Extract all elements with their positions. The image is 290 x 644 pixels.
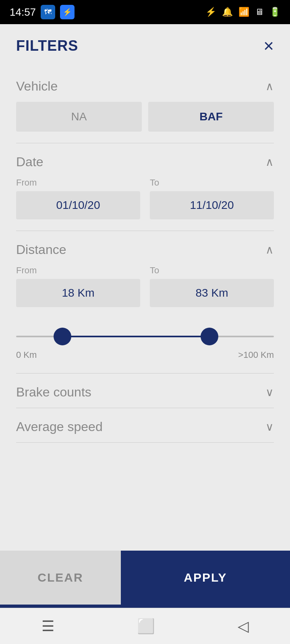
status-time: 14:57 xyxy=(10,6,36,19)
average-speed-title: Average speed xyxy=(16,419,103,434)
apply-button[interactable]: APPLY xyxy=(121,551,290,605)
slider-thumb-right[interactable] xyxy=(201,328,218,345)
distance-from-label: From xyxy=(16,265,140,276)
slider-thumb-left[interactable] xyxy=(54,328,71,345)
vehicle-option-baf[interactable]: BAF xyxy=(148,102,274,132)
date-section: Date ∧ From 01/10/20 To 11/10/20 xyxy=(16,143,274,231)
distance-to-group: To 83 Km xyxy=(150,265,274,307)
slider-max-label: >100 Km xyxy=(238,350,274,360)
app-icon-1: 🗺 xyxy=(41,5,55,19)
status-bar-right: ⚡ 🔔 📶 🖥 🔋 xyxy=(205,7,280,17)
slider-track xyxy=(16,336,274,337)
clear-button[interactable]: CLEAR xyxy=(0,551,121,605)
brake-counts-section: Brake counts ∨ xyxy=(16,374,274,408)
average-speed-section: Average speed ∨ xyxy=(16,408,274,442)
page-title: FILTERS xyxy=(16,37,78,54)
cast-icon: 🖥 xyxy=(255,7,264,17)
date-section-title: Date xyxy=(16,155,44,169)
date-section-header[interactable]: Date ∧ xyxy=(16,143,274,178)
nav-back-icon[interactable]: ◁ xyxy=(238,618,249,635)
vehicle-option-na[interactable]: NA xyxy=(16,102,142,132)
slider-fill xyxy=(62,336,209,337)
date-range-fields: From 01/10/20 To 11/10/20 xyxy=(16,178,274,231)
battery-icon: 🔋 xyxy=(269,7,280,17)
distance-slider: 0 Km >100 Km xyxy=(16,318,274,373)
vehicle-section-title: Vehicle xyxy=(16,79,58,94)
slider-min-label: 0 Km xyxy=(16,350,37,360)
slider-labels: 0 Km >100 Km xyxy=(16,350,274,360)
date-from-group: From 01/10/20 xyxy=(16,178,140,219)
distance-section: Distance ∧ From 18 Km To 83 Km xyxy=(16,231,274,373)
vehicle-section-header[interactable]: Vehicle ∧ xyxy=(16,68,274,102)
brake-counts-chevron-down-icon: ∨ xyxy=(265,386,274,399)
status-bar-left: 14:57 🗺 ⚡ xyxy=(10,5,75,19)
bell-icon: 🔔 xyxy=(222,7,233,17)
vehicle-options: NA BAF xyxy=(16,102,274,143)
status-bar: 14:57 🗺 ⚡ ⚡ 🔔 📶 🖥 🔋 xyxy=(0,0,290,24)
app-icon-2: ⚡ xyxy=(60,5,75,19)
distance-from-group: From 18 Km xyxy=(16,265,140,307)
spacer xyxy=(16,443,274,467)
distance-section-header[interactable]: Distance ∧ xyxy=(16,231,274,265)
filters-header: FILTERS × xyxy=(16,37,274,55)
wifi-icon: 📶 xyxy=(238,7,249,17)
date-to-label: To xyxy=(150,178,274,188)
bottom-stripe xyxy=(0,605,290,608)
distance-section-title: Distance xyxy=(16,242,66,257)
main-content: FILTERS × Vehicle ∧ NA BAF Date ∧ From 0… xyxy=(0,24,290,551)
date-chevron-up-icon: ∧ xyxy=(265,155,274,169)
brake-counts-title: Brake counts xyxy=(16,385,91,400)
nav-menu-icon[interactable]: ☰ xyxy=(41,618,54,635)
nav-bar: ☰ ⬜ ◁ xyxy=(0,608,290,644)
date-to-value[interactable]: 11/10/20 xyxy=(150,191,274,219)
vehicle-chevron-up-icon: ∧ xyxy=(265,80,274,93)
date-to-group: To 11/10/20 xyxy=(150,178,274,219)
nav-home-icon[interactable]: ⬜ xyxy=(137,618,155,635)
brake-counts-section-header[interactable]: Brake counts ∨ xyxy=(16,374,274,408)
average-speed-section-header[interactable]: Average speed ∨ xyxy=(16,408,274,442)
distance-chevron-up-icon: ∧ xyxy=(265,243,274,256)
bluetooth-icon: ⚡ xyxy=(205,7,216,17)
distance-to-value[interactable]: 83 Km xyxy=(150,279,274,307)
distance-to-label: To xyxy=(150,265,274,276)
slider-track-wrapper[interactable] xyxy=(16,326,274,347)
distance-range-fields: From 18 Km To 83 Km xyxy=(16,265,274,318)
close-button[interactable]: × xyxy=(263,37,274,55)
date-from-label: From xyxy=(16,178,140,188)
average-speed-chevron-down-icon: ∨ xyxy=(265,420,274,433)
distance-from-value[interactable]: 18 Km xyxy=(16,279,140,307)
date-from-value[interactable]: 01/10/20 xyxy=(16,191,140,219)
bottom-actions: CLEAR APPLY xyxy=(0,551,290,605)
vehicle-section: Vehicle ∧ NA BAF xyxy=(16,68,274,143)
